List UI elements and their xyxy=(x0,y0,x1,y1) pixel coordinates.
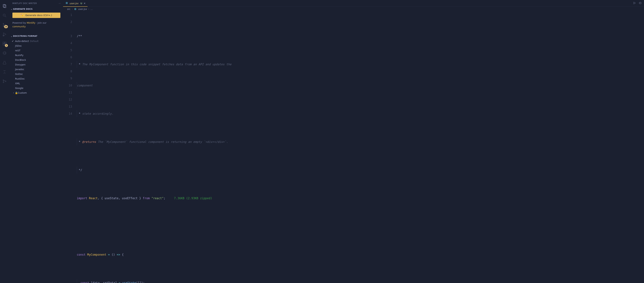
format-option-custom[interactable]: › 🔒 Custom xyxy=(9,91,63,95)
svg-point-16 xyxy=(5,81,6,82)
svg-point-2 xyxy=(3,14,5,16)
line-gutter: 1 2 3 4 5 6 7 8 9 10 11 12 13 14 xyxy=(63,12,77,283)
chevron-right-icon: › xyxy=(12,92,15,94)
react-icon xyxy=(66,2,68,5)
svg-point-4 xyxy=(3,23,4,24)
import-size-hint: 7.36KB (2.93KB zipped) xyxy=(174,195,212,202)
breadcrumb-trail: … xyxy=(90,8,93,11)
explorer-icon[interactable] xyxy=(0,2,8,10)
powered-by-text: Powered by Mintlify · Join our community xyxy=(9,21,63,29)
generate-docs-button[interactable]: ✏️ Generate docs (Ctrl+.) xyxy=(12,13,60,18)
svg-rect-0 xyxy=(3,4,5,7)
react-icon xyxy=(74,8,77,11)
svg-rect-9 xyxy=(3,42,4,44)
remote-explorer-icon[interactable] xyxy=(0,49,8,57)
svg-rect-10 xyxy=(5,42,6,44)
format-option-rest[interactable]: reST xyxy=(9,48,63,53)
chevron-down-icon: ⌄ xyxy=(10,35,13,38)
svg-rect-11 xyxy=(3,44,4,45)
run-icon[interactable] xyxy=(633,2,636,5)
extensions-icon[interactable]: 1 xyxy=(0,40,8,48)
search-icon[interactable] xyxy=(0,12,8,20)
svg-rect-1 xyxy=(4,5,6,8)
chevron-right-icon: › xyxy=(72,8,72,10)
tab-user-jsx[interactable]: user.jsx U ✕ xyxy=(63,0,88,7)
section-docstring-format[interactable]: ⌄ DOCSTRING FORMAT xyxy=(9,34,63,39)
svg-point-5 xyxy=(3,26,4,27)
format-option-docblock[interactable]: DocBlock xyxy=(9,58,63,62)
chevron-down-icon: ⌄ xyxy=(10,8,13,10)
code-editor[interactable]: 1 2 3 4 5 6 7 8 9 10 11 12 13 14 /** * T… xyxy=(63,12,644,283)
format-option-javadoc[interactable]: Javadoc xyxy=(9,67,63,72)
activity-bar: 29 1 xyxy=(0,0,9,283)
editor-area: user.jsx U ✕ src › user.jsx › … 1 2 xyxy=(63,0,644,283)
check-icon: ✓ xyxy=(12,40,14,43)
source-control-icon[interactable]: 29 xyxy=(0,21,8,29)
format-option-doxygen[interactable]: Doxygen xyxy=(9,62,63,67)
panel-title: MINTLIFY DOC WRITER xyxy=(12,2,37,5)
svg-point-14 xyxy=(3,80,4,81)
format-option-godoc[interactable]: GoDoc xyxy=(9,72,63,76)
chevron-right-icon: › xyxy=(88,8,89,10)
breadcrumb[interactable]: src › user.jsx › … xyxy=(63,7,644,12)
format-option-numpy[interactable]: NumPy xyxy=(9,53,63,58)
mintlify-link[interactable]: Mintlify xyxy=(27,22,36,24)
community-link[interactable]: community xyxy=(12,25,60,28)
svg-point-23 xyxy=(75,9,76,10)
svg-line-3 xyxy=(5,16,6,17)
format-option-auto-detect[interactable]: ✓ Auto-detect Default xyxy=(9,39,63,44)
testing-icon[interactable] xyxy=(0,58,8,67)
git-graph-icon[interactable] xyxy=(0,77,8,85)
pencil-icon: ✏️ xyxy=(21,14,24,17)
side-panel: MINTLIFY DOC WRITER ⋯ ⌄ GENERATE DOCS ✏️… xyxy=(9,0,63,283)
breadcrumb-file[interactable]: user.jsx xyxy=(78,8,87,11)
history-icon[interactable] xyxy=(639,2,642,5)
svg-point-15 xyxy=(3,82,4,83)
close-icon[interactable]: ✕ xyxy=(84,2,86,5)
svg-point-17 xyxy=(66,3,67,3)
tab-filename: user.jsx xyxy=(70,2,78,5)
panel-more-icon[interactable]: ⋯ xyxy=(59,2,61,5)
editor-tabs: user.jsx U ✕ xyxy=(63,0,644,7)
extensions-badge: 1 xyxy=(5,44,8,47)
plugin-icon[interactable] xyxy=(0,68,8,76)
breadcrumb-folder[interactable]: src xyxy=(67,8,70,11)
svg-marker-21 xyxy=(634,2,636,4)
section-generate-docs[interactable]: ⌄ GENERATE DOCS xyxy=(9,7,63,11)
run-debug-icon[interactable] xyxy=(0,30,8,38)
format-option-xml[interactable]: XML xyxy=(9,81,63,86)
format-option-google[interactable]: Google xyxy=(9,86,63,91)
format-option-jsdoc[interactable]: JSDoc xyxy=(9,44,63,48)
docstring-format-list: ✓ Auto-detect Default JSDoc reST NumPy D… xyxy=(9,39,63,96)
format-option-rustdoc[interactable]: RustDoc xyxy=(9,76,63,81)
lock-icon: 🔒 xyxy=(15,92,18,94)
tab-status: U xyxy=(80,2,82,5)
code-content[interactable]: /** * The MyComponent function in this c… xyxy=(77,12,644,283)
source-control-badge: 29 xyxy=(4,25,8,28)
